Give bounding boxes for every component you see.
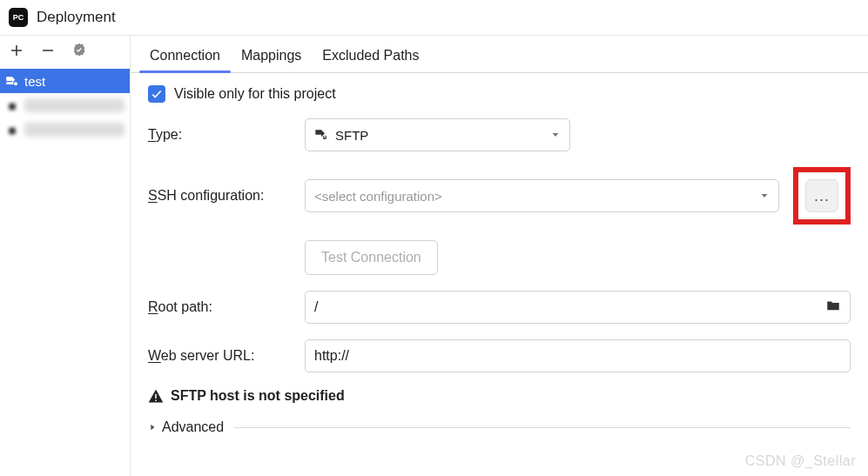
sftp-icon (314, 127, 328, 144)
validate-button[interactable] (70, 41, 89, 60)
web-url-row: Web server URL: http:// (148, 339, 851, 372)
watermark: CSDN @_Stellar (745, 453, 856, 469)
tab-connection[interactable]: Connection (139, 43, 231, 72)
ssh-placeholder: <select configuration> (314, 189, 442, 204)
svg-point-0 (14, 82, 17, 85)
type-select[interactable]: SFTP (305, 118, 570, 151)
root-path-row: Root path: / (148, 291, 851, 324)
sidebar-toolbar (0, 36, 130, 69)
ssh-config-select[interactable]: <select configuration> (305, 179, 779, 212)
advanced-section[interactable]: Advanced (148, 419, 851, 435)
server-icon: ■ (5, 98, 19, 112)
verified-icon (71, 43, 87, 58)
sftp-icon (5, 74, 19, 88)
test-connection-row: Test Connection (148, 240, 851, 275)
type-value: SFTP (335, 128, 368, 143)
folder-icon[interactable] (825, 298, 841, 317)
sidebar: test ■ ■ (0, 36, 131, 476)
web-url-value: http:// (314, 348, 349, 364)
add-button[interactable] (7, 41, 26, 60)
root-path-value: / (314, 299, 318, 315)
remove-button[interactable] (38, 41, 57, 60)
plus-icon (9, 43, 24, 58)
test-connection-button[interactable]: Test Connection (305, 240, 438, 275)
warning-icon (148, 388, 164, 404)
divider (234, 427, 851, 428)
tab-excluded-paths[interactable]: Excluded Paths (312, 43, 429, 72)
redacted-label (24, 123, 124, 137)
web-url-input[interactable]: http:// (305, 339, 851, 372)
web-url-label: Web server URL: (148, 348, 296, 364)
titlebar: PC Deployment (0, 0, 868, 35)
tree-item-redacted-1[interactable]: ■ (0, 93, 130, 117)
visible-only-row: Visible only for this project (148, 85, 851, 103)
chevron-right-icon (148, 423, 157, 432)
type-row: Type: SFTP (148, 118, 851, 151)
svg-rect-2 (324, 136, 326, 137)
ssh-label: SSH configuration: (148, 188, 296, 204)
main-split: test ■ ■ Connection Mappings Excluded Pa… (0, 35, 868, 476)
main-panel: Connection Mappings Excluded Paths Visib… (131, 36, 868, 476)
tree-item-redacted-2[interactable]: ■ (0, 117, 130, 142)
ssh-row: SSH configuration: <select configuration… (148, 167, 851, 225)
server-icon: ■ (5, 123, 19, 137)
visible-only-checkbox[interactable] (148, 85, 165, 103)
visible-only-label: Visible only for this project (174, 86, 336, 102)
ssh-browse-highlight: ... (793, 167, 851, 225)
ssh-browse-button[interactable]: ... (805, 179, 838, 212)
root-path-label: Root path: (148, 299, 296, 315)
chevron-down-icon (759, 189, 770, 204)
svg-rect-3 (155, 394, 157, 399)
svg-rect-4 (155, 400, 157, 402)
window-title: Deployment (37, 9, 116, 26)
type-label: Type: (148, 127, 296, 143)
check-icon (151, 88, 163, 100)
tab-bar: Connection Mappings Excluded Paths (131, 36, 868, 73)
server-tree: test ■ ■ (0, 69, 130, 476)
connection-form: Visible only for this project Type: SFTP… (131, 73, 868, 447)
redacted-label (24, 98, 124, 112)
warning-row: SFTP host is not specified (148, 388, 851, 404)
advanced-label: Advanced (162, 419, 224, 435)
warning-text: SFTP host is not specified (171, 388, 345, 404)
app-icon: PC (9, 8, 28, 27)
minus-icon (40, 43, 56, 58)
chevron-down-icon (550, 128, 561, 143)
tree-item-test[interactable]: test (0, 69, 130, 93)
tree-item-label: test (24, 74, 45, 89)
tab-mappings[interactable]: Mappings (231, 43, 312, 72)
root-path-input[interactable]: / (305, 291, 851, 324)
